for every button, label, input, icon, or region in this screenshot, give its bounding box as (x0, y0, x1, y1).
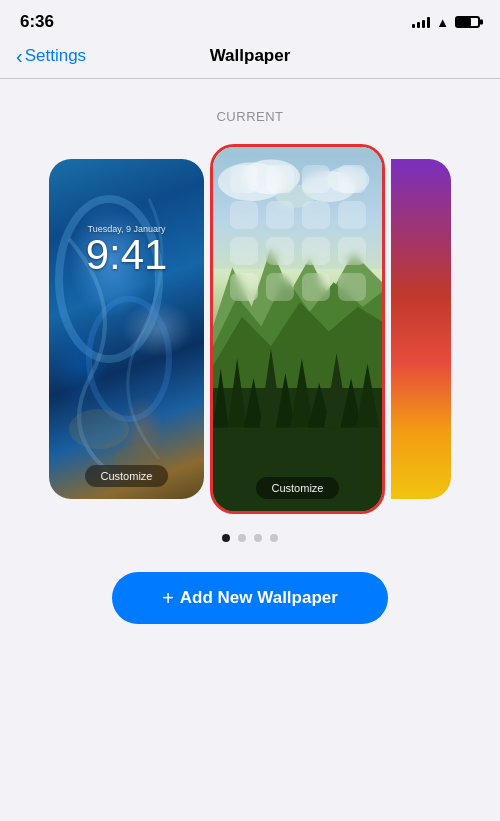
back-button[interactable]: ‹ Settings (16, 46, 86, 66)
home-icon (302, 273, 330, 301)
dot-2 (238, 534, 246, 542)
svg-point-0 (59, 199, 159, 359)
battery-icon (455, 16, 480, 28)
customize-button-left[interactable]: Customize (85, 465, 169, 487)
home-icon (266, 237, 294, 265)
wallpaper-card-center[interactable]: Customize (210, 144, 385, 514)
dot-4 (270, 534, 278, 542)
svg-point-2 (69, 409, 129, 449)
wallpaper-card-right[interactable] (391, 159, 451, 499)
home-icon (338, 165, 366, 193)
lock-screen-info: Tuesday, 9 January 9:41 (86, 224, 168, 276)
home-icon (338, 273, 366, 301)
page-dots (0, 534, 500, 542)
section-label: CURRENT (0, 109, 500, 124)
nature-background (213, 147, 382, 511)
home-icons-grid (222, 157, 374, 309)
add-wallpaper-button[interactable]: + Add New Wallpaper (112, 572, 388, 624)
plus-icon: + (162, 588, 174, 608)
customize-button-center[interactable]: Customize (256, 477, 340, 499)
wallpaper-card-left[interactable]: Tuesday, 9 January 9:41 Customize (49, 159, 204, 499)
home-icon (338, 237, 366, 265)
chevron-left-icon: ‹ (16, 46, 23, 66)
home-icon (230, 165, 258, 193)
navigation-bar: ‹ Settings Wallpaper (0, 38, 500, 78)
status-bar: 6:36 ▲ (0, 0, 500, 38)
signal-icon (412, 16, 430, 28)
wallpaper-carousel: Tuesday, 9 January 9:41 Customize (0, 144, 500, 514)
home-icon (230, 237, 258, 265)
home-icon (266, 165, 294, 193)
dot-3 (254, 534, 262, 542)
add-wallpaper-label: Add New Wallpaper (180, 588, 338, 608)
page-title: Wallpaper (210, 46, 291, 66)
lock-date: Tuesday, 9 January (86, 224, 168, 234)
status-icons: ▲ (412, 15, 480, 30)
marble-swirl (49, 159, 204, 499)
main-content: CURRENT Tuesday, 9 January 9:41 (0, 79, 500, 624)
home-icon (230, 201, 258, 229)
dot-1 (222, 534, 230, 542)
home-icon (302, 201, 330, 229)
home-icon (302, 165, 330, 193)
home-icon (266, 273, 294, 301)
lock-time: 9:41 (86, 234, 168, 276)
home-icon (338, 201, 366, 229)
gradient-background (391, 159, 451, 499)
home-icon (230, 273, 258, 301)
wifi-icon: ▲ (436, 15, 449, 30)
marble-background: Tuesday, 9 January 9:41 (49, 159, 204, 499)
home-icon (302, 237, 330, 265)
back-label: Settings (25, 46, 86, 66)
status-time: 6:36 (20, 12, 54, 32)
home-icon (266, 201, 294, 229)
